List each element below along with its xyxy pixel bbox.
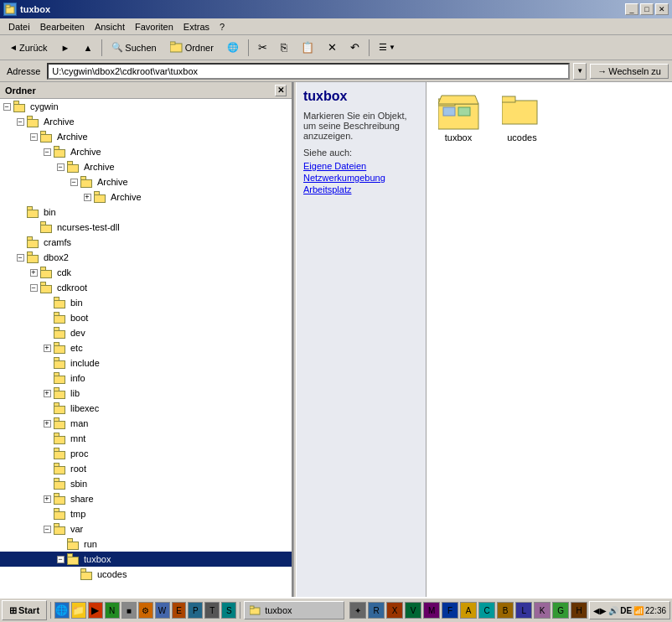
- tree-row-include[interactable]: include: [0, 355, 292, 371]
- taskbar-icon-extra12[interactable]: G: [552, 602, 569, 619]
- tree-row-tmp[interactable]: tmp: [0, 506, 292, 521]
- tree-row-etc[interactable]: + etc: [0, 340, 292, 355]
- tree-row-mnt[interactable]: mnt: [0, 431, 292, 446]
- menu-datei[interactable]: Datei: [3, 20, 35, 34]
- expander-archive5[interactable]: −: [67, 175, 80, 189]
- taskbar-window-tuxbox[interactable]: tuxbox: [244, 601, 344, 619]
- tree-row-archive4[interactable]: − Archive: [0, 159, 292, 174]
- tree-row-share[interactable]: + share: [0, 491, 292, 506]
- address-dropdown[interactable]: ▼: [573, 63, 587, 80]
- move-button[interactable]: ✂: [252, 38, 273, 58]
- tree-row-info[interactable]: info: [0, 371, 292, 386]
- taskbar-icon-extra7[interactable]: A: [460, 602, 477, 619]
- expander-man[interactable]: +: [40, 417, 54, 430]
- start-button[interactable]: ⊞ Start: [2, 600, 47, 620]
- tree-row-man[interactable]: + man: [0, 416, 292, 431]
- expander-cygwin[interactable]: −: [0, 100, 13, 113]
- expander-cdkroot[interactable]: −: [27, 281, 40, 294]
- tree-row-cdk[interactable]: + cdk: [0, 265, 292, 280]
- tree-row-sbin[interactable]: sbin: [0, 476, 292, 491]
- expander-archive4[interactable]: −: [54, 160, 67, 174]
- tree-row-libexec[interactable]: libexec: [0, 401, 292, 416]
- taskbar-icon-extra13[interactable]: H: [571, 602, 587, 619]
- quick-launch-6[interactable]: ⚙: [138, 602, 153, 619]
- forward-button[interactable]: ►: [55, 38, 76, 58]
- tree-row-dbox2[interactable]: − dbox2: [0, 250, 292, 265]
- quick-launch-explorer[interactable]: 📁: [71, 602, 86, 619]
- maximize-button[interactable]: □: [640, 3, 654, 15]
- quick-launch-media[interactable]: ▶: [88, 602, 103, 619]
- taskbar-icon-extra1[interactable]: ✦: [349, 602, 366, 619]
- expander-etc[interactable]: +: [40, 341, 54, 355]
- taskbar-icon-extra3[interactable]: X: [386, 602, 403, 619]
- tree-row-cdkroot[interactable]: − cdkroot: [0, 280, 292, 295]
- expander-share[interactable]: +: [40, 492, 54, 505]
- expander-archive1[interactable]: −: [13, 115, 27, 128]
- expander-cdk[interactable]: +: [27, 266, 40, 279]
- quick-launch-10[interactable]: T: [204, 602, 220, 619]
- tree-row-root[interactable]: root: [0, 461, 292, 476]
- history-button[interactable]: 🌐: [221, 38, 245, 58]
- tree-container[interactable]: − cygwin −: [0, 99, 292, 597]
- delete-button[interactable]: ✕: [322, 38, 343, 58]
- menu-ansicht[interactable]: Ansicht: [90, 20, 130, 34]
- quick-launch-9[interactable]: P: [188, 602, 203, 619]
- up-button[interactable]: ▲: [77, 38, 98, 58]
- views-button[interactable]: ☰ ▼: [373, 38, 401, 58]
- undo-button[interactable]: ↶: [344, 38, 365, 58]
- expander-archive6[interactable]: +: [80, 190, 94, 204]
- tree-row-tuxbox[interactable]: − tuxbox: [0, 552, 292, 567]
- menu-favoriten[interactable]: Favoriten: [130, 20, 178, 34]
- content-folder-tuxbox[interactable]: tuxbox: [435, 91, 482, 146]
- back-button[interactable]: ◄ Zurück: [3, 38, 54, 58]
- tree-row-boot[interactable]: boot: [0, 310, 292, 325]
- expander-tuxbox[interactable]: −: [54, 552, 67, 566]
- tree-row-bin-top[interactable]: bin: [0, 205, 292, 220]
- taskbar-icon-extra2[interactable]: R: [368, 602, 385, 619]
- taskbar-icon-extra5[interactable]: M: [423, 602, 440, 619]
- minimize-button[interactable]: _: [625, 3, 638, 15]
- menu-help[interactable]: ?: [215, 20, 230, 34]
- quick-launch-ie[interactable]: 🌐: [54, 602, 70, 619]
- tree-row-var[interactable]: − var: [0, 521, 292, 536]
- close-button[interactable]: ✕: [655, 3, 669, 15]
- link-netzwerkumgebung[interactable]: Netzwerkumgebung: [303, 173, 419, 183]
- paste-button[interactable]: 📋: [295, 38, 320, 58]
- quick-launch-4[interactable]: N: [105, 602, 120, 619]
- taskbar-icon-extra6[interactable]: F: [442, 602, 458, 619]
- search-button[interactable]: 🔍 Suchen: [106, 38, 162, 58]
- tree-row-bin[interactable]: bin: [0, 295, 292, 310]
- tree-row-archive3[interactable]: − Archive: [0, 144, 292, 159]
- tree-row-cygwin[interactable]: − cygwin: [0, 99, 292, 114]
- copy-button[interactable]: ⎘: [275, 38, 293, 58]
- address-go-button[interactable]: → Wechseln zu: [590, 64, 669, 79]
- link-eigene-dateien[interactable]: Eigene Dateien: [303, 161, 419, 171]
- taskbar-icon-extra10[interactable]: L: [515, 602, 532, 619]
- folder-button[interactable]: Ordner: [164, 38, 220, 58]
- link-arbeitsplatz[interactable]: Arbeitsplatz: [303, 184, 419, 194]
- taskbar-icon-extra4[interactable]: V: [405, 602, 421, 619]
- expander-archive2[interactable]: −: [27, 130, 40, 143]
- menu-bearbeiten[interactable]: Bearbeiten: [35, 20, 90, 34]
- menu-extras[interactable]: Extras: [178, 20, 215, 34]
- quick-launch-8[interactable]: E: [172, 602, 187, 619]
- tree-row-cramfs[interactable]: cramfs: [0, 235, 292, 250]
- taskbar-icon-extra8[interactable]: C: [478, 602, 495, 619]
- quick-launch-5[interactable]: ■: [121, 602, 137, 619]
- tree-row-proc[interactable]: proc: [0, 446, 292, 461]
- folder-panel-close-button[interactable]: ✕: [275, 85, 287, 96]
- quick-launch-7[interactable]: W: [155, 602, 170, 619]
- expander-archive3[interactable]: −: [40, 145, 54, 158]
- taskbar-icon-extra11[interactable]: K: [534, 602, 551, 619]
- taskbar-icon-extra9[interactable]: B: [497, 602, 514, 619]
- content-folder-ucodes[interactable]: ucodes: [499, 91, 545, 146]
- expander-var[interactable]: −: [40, 522, 54, 536]
- tree-row-ncurses[interactable]: ncurses-test-dll: [0, 220, 292, 235]
- address-input[interactable]: [47, 63, 570, 80]
- tree-row-ucodes-child[interactable]: ucodes: [0, 567, 292, 582]
- tree-row-archive5[interactable]: − Archive: [0, 174, 292, 189]
- tree-row-archive1[interactable]: − Archive: [0, 114, 292, 129]
- tree-row-run[interactable]: run: [0, 536, 292, 552]
- tree-row-dev[interactable]: dev: [0, 325, 292, 340]
- tree-row-archive6[interactable]: + Archive: [0, 189, 292, 205]
